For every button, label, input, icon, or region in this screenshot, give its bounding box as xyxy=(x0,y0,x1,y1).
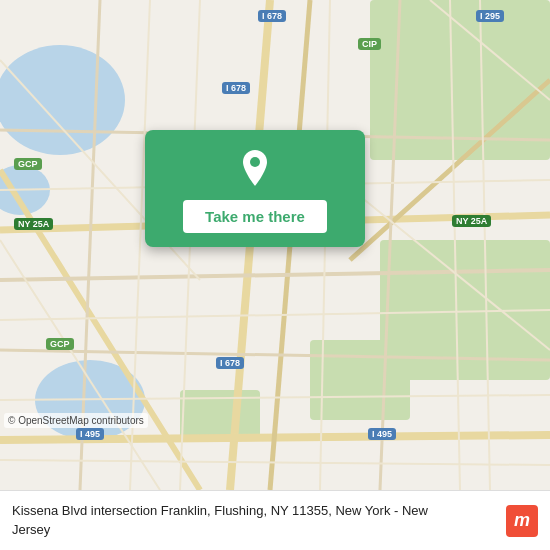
overlay-card: Take me there xyxy=(145,130,365,247)
moovit-logo: m xyxy=(506,505,538,537)
svg-rect-6 xyxy=(310,340,410,420)
location-pin-icon xyxy=(233,146,277,190)
svg-point-32 xyxy=(250,157,260,167)
copyright-text: © OpenStreetMap contributors xyxy=(4,413,148,428)
road-badge-i495-right: I 495 xyxy=(368,428,396,440)
road-badge-gcp-left: GCP xyxy=(14,158,42,170)
road-badge-ny25a-left: NY 25A xyxy=(14,218,53,230)
road-badge-i678-bottom: I 678 xyxy=(216,357,244,369)
road-badge-gcp-bottom: GCP xyxy=(46,338,74,350)
road-badge-ny25a-right: NY 25A xyxy=(452,215,491,227)
road-badge-i678-mid: I 678 xyxy=(222,82,250,94)
road-badge-cip: CIP xyxy=(358,38,381,50)
map-container: I 678 I 295 I 678 CIP GCP NY 25A NY 25A … xyxy=(0,0,550,490)
address-text: Kissena Blvd intersection Franklin, Flus… xyxy=(12,502,432,538)
moovit-m-icon: m xyxy=(506,505,538,537)
road-badge-i295: I 295 xyxy=(476,10,504,22)
take-me-there-button[interactable]: Take me there xyxy=(183,200,327,233)
road-badge-i495-left: I 495 xyxy=(76,428,104,440)
bottom-bar: Kissena Blvd intersection Franklin, Flus… xyxy=(0,490,550,550)
road-badge-i678-top: I 678 xyxy=(258,10,286,22)
svg-point-1 xyxy=(0,45,125,155)
